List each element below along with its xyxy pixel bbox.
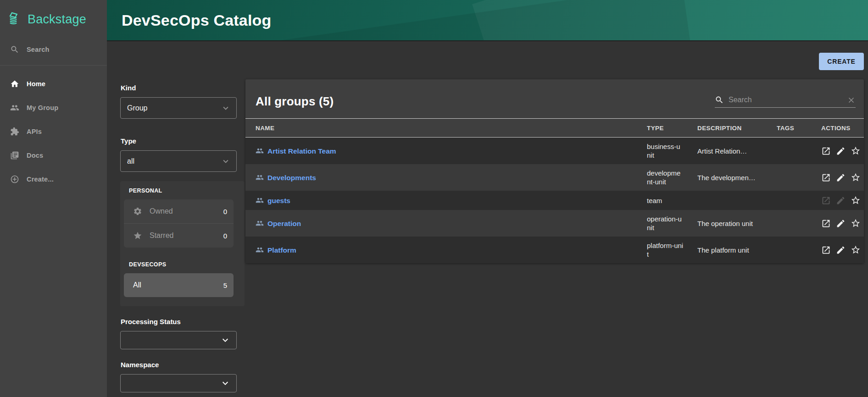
sidebar-item-label: My Group	[27, 104, 58, 111]
entity-name-link[interactable]: Platform	[267, 246, 296, 254]
actions-cell	[821, 168, 864, 187]
group-icon	[256, 246, 264, 254]
brand-name: Backstage	[28, 12, 86, 27]
sidebar-item-create[interactable]: Create...	[0, 167, 107, 191]
clear-search-icon[interactable]	[847, 96, 856, 105]
entity-name-link[interactable]: guests	[267, 196, 290, 205]
description-cell: The operation unit	[697, 215, 777, 232]
namespace-label: Namespace	[121, 361, 237, 369]
home-icon	[10, 79, 19, 88]
description-cell: Artist Relation…	[697, 142, 777, 160]
search-icon	[715, 95, 724, 105]
tags-cell	[777, 173, 821, 182]
group-icon	[256, 147, 264, 155]
namespace-select[interactable]	[120, 374, 237, 392]
table-row: guests team	[245, 191, 864, 210]
filter-owned[interactable]: Owned 0	[124, 199, 234, 223]
table-row: Developments development-unit The develo…	[245, 164, 864, 191]
column-header-type[interactable]: TYPE	[647, 125, 697, 132]
sidebar-nav: Search Home My Group	[0, 39, 107, 191]
edit-icon[interactable]	[836, 245, 846, 255]
actions-cell	[821, 240, 864, 259]
open-in-new-icon[interactable]	[821, 196, 831, 205]
name-cell: guests	[256, 192, 647, 210]
column-header-name[interactable]: NAME	[256, 125, 647, 132]
sidebar-item-my-group[interactable]: My Group	[0, 96, 107, 120]
star-icon[interactable]	[851, 172, 861, 182]
table-search-input[interactable]	[728, 95, 843, 105]
filter-starred-count: 0	[223, 232, 227, 240]
create-button[interactable]: CREATE	[819, 53, 864, 70]
star-icon[interactable]	[851, 146, 861, 156]
open-in-new-icon[interactable]	[821, 173, 831, 182]
star-icon	[133, 231, 142, 240]
name-cell: Platform	[256, 241, 647, 259]
edit-icon[interactable]	[836, 173, 846, 182]
sidebar-item-label: APIs	[27, 128, 42, 135]
devsecops-filter-card: All 5	[124, 273, 234, 297]
processing-status-select[interactable]	[120, 331, 237, 349]
star-icon[interactable]	[851, 218, 861, 228]
filter-all[interactable]: All 5	[124, 273, 234, 297]
page-header: DevSecOps Catalog	[107, 0, 868, 41]
sidebar-item-docs[interactable]: Docs	[0, 143, 107, 167]
column-header-description[interactable]: DESCRIPTION	[697, 125, 777, 132]
filter-all-count: 5	[223, 281, 227, 289]
entity-name-link[interactable]: Developments	[267, 173, 316, 182]
entity-name-link[interactable]: Artist Relation Team	[267, 147, 336, 155]
column-header-actions: ACTIONS	[821, 125, 864, 132]
filter-owned-count: 0	[223, 208, 227, 215]
kind-select[interactable]: Group	[120, 97, 237, 119]
personal-section-title: PERSONAL	[129, 187, 234, 194]
open-in-new-icon[interactable]	[821, 245, 831, 255]
table-row: Artist Relation Team business-unit Artis…	[245, 138, 864, 164]
type-select-value: all	[127, 157, 221, 165]
docs-icon	[10, 151, 19, 160]
actions-cell	[821, 141, 864, 160]
type-filter-label: Type	[121, 137, 237, 145]
processing-status-label: Processing Status	[121, 318, 237, 325]
actions-cell	[821, 214, 864, 233]
type-cell: operation-unit	[647, 210, 697, 237]
table-row: Platform platform-unit The platform unit	[245, 237, 864, 263]
tags-cell	[777, 245, 821, 254]
chevron-down-icon	[221, 103, 231, 113]
edit-icon[interactable]	[836, 219, 846, 228]
tags-cell	[777, 146, 821, 155]
entity-name-link[interactable]: Operation	[267, 219, 301, 228]
star-icon[interactable]	[851, 245, 861, 255]
table-header-row: NAME TYPE DESCRIPTION TAGS ACTIONS	[245, 118, 864, 138]
type-cell: platform-unit	[647, 237, 697, 263]
filter-all-label: All	[133, 281, 141, 289]
group-icon	[256, 219, 264, 227]
sidebar-item-label: Search	[27, 46, 50, 53]
type-cell: team	[647, 192, 697, 210]
edit-icon[interactable]	[836, 196, 846, 205]
table-search	[715, 95, 856, 108]
brand-logo[interactable]: Backstage	[0, 0, 107, 28]
type-select[interactable]: all	[120, 150, 237, 172]
sidebar-item-apis[interactable]: APIs	[0, 120, 107, 143]
edit-icon[interactable]	[836, 146, 846, 156]
name-cell: Developments	[256, 169, 647, 187]
sidebar-item-label: Home	[27, 80, 45, 88]
description-cell: The developmen…	[697, 169, 777, 187]
gear-icon	[133, 207, 142, 216]
groups-table-card: All groups (5) NAME TYPE DESCRIPTION TAG…	[245, 79, 864, 263]
open-in-new-icon[interactable]	[821, 146, 831, 156]
personal-filter-card: Owned 0 Starred 0	[124, 199, 234, 248]
chevron-down-icon	[220, 335, 231, 346]
sidebar-item-search[interactable]: Search	[0, 39, 107, 60]
open-in-new-icon[interactable]	[821, 219, 831, 228]
column-header-tags[interactable]: TAGS	[777, 125, 821, 132]
star-icon[interactable]	[851, 195, 861, 205]
filter-starred[interactable]: Starred 0	[124, 223, 234, 248]
devsecops-section-title: DEVSECOPS	[129, 261, 234, 268]
type-cell: business-unit	[647, 138, 697, 164]
type-cell: development-unit	[647, 164, 697, 191]
description-cell: The platform unit	[697, 241, 777, 259]
table-row: Operation operation-unit The operation u…	[245, 210, 864, 237]
sidebar-item-home[interactable]: Home	[0, 72, 107, 96]
description-cell	[697, 196, 777, 205]
kind-filter-label: Kind	[121, 84, 237, 92]
